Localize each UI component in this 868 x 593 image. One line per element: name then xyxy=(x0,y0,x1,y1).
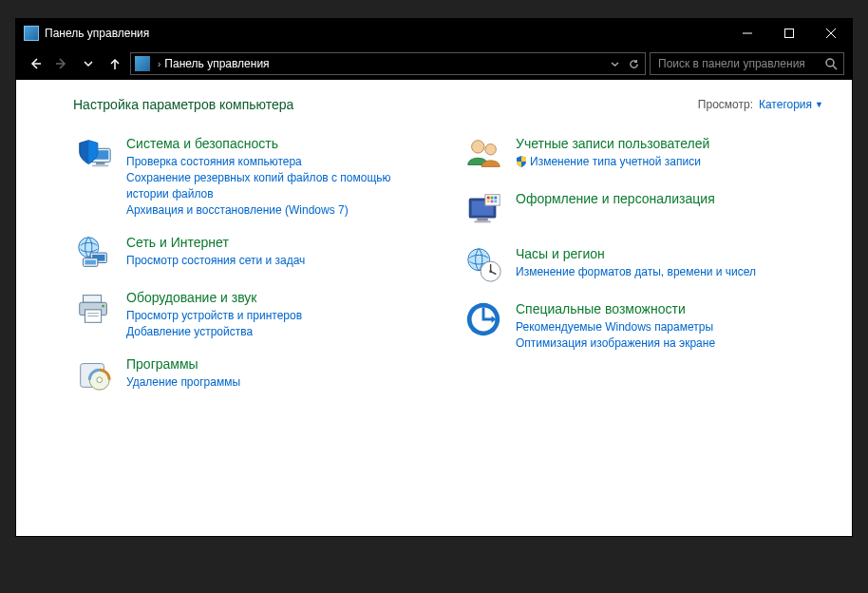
svg-rect-36 xyxy=(491,200,494,202)
category-title[interactable]: Специальные возможности xyxy=(516,300,823,317)
category-title[interactable]: Оборудование и звук xyxy=(126,289,434,306)
close-icon xyxy=(826,29,836,38)
svg-point-26 xyxy=(97,377,103,383)
category-clock-region: Часы и регион Изменение форматов даты, в… xyxy=(462,243,823,285)
right-column: Учетные записи пользователей Изменение т… xyxy=(462,133,823,409)
category-link[interactable]: Архивация и восстановление (Windows 7) xyxy=(126,202,434,219)
chevron-down-icon: ▼ xyxy=(815,100,823,109)
refresh-icon xyxy=(629,59,639,69)
category-link[interactable]: Удаление программы xyxy=(126,374,434,391)
category-ease-of-access: Специальные возможности Рекомендуемые Wi… xyxy=(462,298,823,352)
back-button[interactable] xyxy=(24,52,47,75)
titlebar: Панель управления xyxy=(16,19,852,48)
users-icon xyxy=(462,133,504,175)
category-title[interactable]: Система и безопасность xyxy=(126,135,434,152)
category-system-security: Система и безопасность Проверка состояни… xyxy=(73,133,434,219)
printer-icon xyxy=(73,287,115,329)
category-link[interactable]: Оптимизация изображения на экране xyxy=(516,335,823,352)
category-hardware-sound: Оборудование и звук Просмотр устройств и… xyxy=(73,287,434,340)
svg-line-8 xyxy=(833,66,837,69)
content-header: Настройка параметров компьютера Просмотр… xyxy=(73,97,823,112)
arrow-left-icon xyxy=(28,57,42,70)
category-network-internet: Сеть и Интернет Просмотр состояния сети … xyxy=(73,232,434,274)
personalization-icon xyxy=(462,188,504,230)
svg-rect-1 xyxy=(785,29,794,38)
category-link[interactable]: Просмотр состояния сети и задач xyxy=(126,253,434,269)
up-button[interactable] xyxy=(104,52,126,75)
shield-computer-icon xyxy=(73,133,115,175)
category-columns: Система и безопасность Проверка состояни… xyxy=(73,133,823,409)
address-history-button[interactable] xyxy=(605,54,624,73)
category-title[interactable]: Учетные записи пользователей xyxy=(516,135,823,152)
minimize-icon xyxy=(743,29,752,38)
svg-point-44 xyxy=(489,270,492,273)
category-link[interactable]: Добавление устройства xyxy=(126,324,434,340)
svg-rect-34 xyxy=(494,197,497,200)
svg-point-28 xyxy=(485,144,496,155)
search-icon xyxy=(825,58,838,70)
search-input[interactable] xyxy=(656,56,825,71)
window-frame: Панель управления › Панель управления xyxy=(16,19,852,536)
clock-globe-icon xyxy=(462,243,504,285)
maximize-icon xyxy=(784,29,794,38)
recent-dropdown-button[interactable] xyxy=(77,52,100,75)
address-bar[interactable]: › Панель управления xyxy=(130,52,646,75)
page-heading: Настройка параметров компьютера xyxy=(73,97,698,112)
category-title[interactable]: Программы xyxy=(126,355,434,373)
svg-rect-17 xyxy=(85,260,95,265)
category-link[interactable]: Проверка состояния компьютера xyxy=(126,154,434,170)
category-link[interactable]: Сохранение резервных копий файлов с помо… xyxy=(126,170,434,202)
view-label: Просмотр: xyxy=(698,98,753,111)
svg-rect-12 xyxy=(92,164,108,166)
maximize-button[interactable] xyxy=(768,19,810,48)
svg-rect-18 xyxy=(84,296,102,303)
chevron-down-icon xyxy=(610,59,620,69)
arrow-right-icon xyxy=(55,57,68,70)
app-icon xyxy=(24,26,39,41)
category-link[interactable]: Просмотр устройств и принтеров xyxy=(126,308,434,324)
globe-network-icon xyxy=(73,232,115,274)
svg-point-23 xyxy=(102,305,104,308)
svg-rect-33 xyxy=(491,197,494,200)
svg-rect-39 xyxy=(474,220,490,222)
address-icon xyxy=(135,56,150,71)
svg-rect-32 xyxy=(487,197,490,200)
breadcrumb-separator-icon: › xyxy=(158,59,160,69)
category-title[interactable]: Сеть и Интернет xyxy=(126,234,434,251)
view-control: Просмотр: Категория ▼ xyxy=(698,98,823,111)
chevron-down-icon xyxy=(82,57,95,70)
svg-rect-37 xyxy=(494,200,497,202)
forward-button[interactable] xyxy=(50,52,73,75)
category-user-accounts: Учетные записи пользователей Изменение т… xyxy=(462,133,823,175)
uac-shield-icon xyxy=(516,156,527,167)
content-area: Настройка параметров компьютера Просмотр… xyxy=(16,80,852,536)
close-button[interactable] xyxy=(810,19,852,48)
minimize-button[interactable] xyxy=(726,19,768,48)
category-link[interactable]: Рекомендуемые Windows параметры xyxy=(516,319,823,335)
svg-point-7 xyxy=(826,59,834,67)
window-title: Панель управления xyxy=(45,27,149,40)
category-title[interactable]: Часы и регион xyxy=(516,245,823,262)
svg-rect-38 xyxy=(477,219,487,221)
category-programs: Программы Удаление программы xyxy=(73,354,434,395)
left-column: Система и безопасность Проверка состояни… xyxy=(73,133,434,409)
view-value: Категория xyxy=(759,98,812,111)
svg-rect-11 xyxy=(96,163,105,165)
breadcrumb-root[interactable]: Панель управления xyxy=(164,57,269,70)
category-appearance-personalization: Оформление и персонализация xyxy=(462,188,823,230)
arrow-up-icon xyxy=(108,57,122,70)
category-link[interactable]: Изменение типа учетной записи xyxy=(516,154,823,170)
category-link[interactable]: Изменение форматов даты, времени и чисел xyxy=(516,264,823,280)
view-dropdown[interactable]: Категория ▼ xyxy=(759,98,823,111)
ease-of-access-icon xyxy=(462,298,504,340)
category-title[interactable]: Оформление и персонализация xyxy=(516,190,823,207)
search-box[interactable] xyxy=(650,52,844,75)
svg-point-27 xyxy=(472,141,484,153)
programs-disc-icon xyxy=(73,354,115,395)
navbar: › Панель управления xyxy=(16,48,852,80)
svg-rect-35 xyxy=(487,200,490,202)
refresh-button[interactable] xyxy=(624,54,643,73)
